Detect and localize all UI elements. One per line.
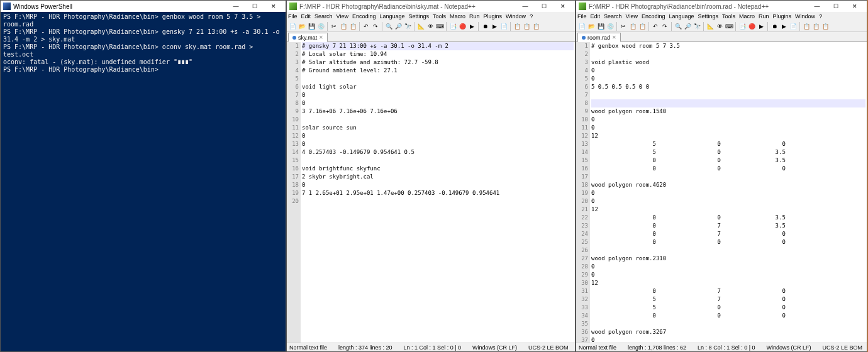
toolbar-icon[interactable]: 💿 [606,22,615,31]
code-line[interactable]: void plastic wood [591,58,865,67]
code-line[interactable]: 0 0 0 [591,312,865,320]
menu-run[interactable]: Run [759,13,769,19]
toolbar-icon[interactable]: 📑 [738,22,747,31]
toolbar-icon[interactable]: 🔴 [458,22,467,31]
code-line[interactable] [591,173,865,181]
minimize-button[interactable]: — [226,1,245,12]
toolbar-icon[interactable]: 🔍 [674,22,682,31]
code-line[interactable]: 5 0 3.5 [591,148,865,157]
menu-tools[interactable]: Tools [722,13,735,19]
code-line[interactable]: 12 [591,132,865,140]
toolbar-icon[interactable]: ▶ [467,22,476,31]
code-line[interactable]: 0 [591,75,865,83]
toolbar-icon[interactable]: 👁 [426,22,435,31]
toolbar-icon[interactable]: 📋 [802,22,811,31]
code-line[interactable] [302,75,574,83]
toolbar-icon[interactable]: ✂ [619,22,628,31]
toolbar-icon[interactable]: 💾 [596,22,605,31]
menu-plugins[interactable]: Plugins [484,13,503,19]
toolbar-icon[interactable]: 📋 [821,22,830,31]
code-line[interactable] [591,91,865,99]
code-line[interactable]: # gensky 7 21 13:00 +s -a 30.1 -o 31.4 -… [302,42,574,50]
menu-file[interactable]: File [577,13,587,19]
code-line[interactable]: 3 7.16e+06 7.16e+06 7.16e+06 [302,107,574,116]
toolbar-icon[interactable]: 🔭 [693,22,701,31]
code-line[interactable]: wood polygon room.4620 [591,181,865,189]
npp-menubar[interactable]: FileEditSearchViewEncodingLanguageSettin… [287,12,575,21]
code-line[interactable]: 0 [302,181,574,189]
code-line[interactable]: 0 [591,263,865,271]
npp-titlebar[interactable]: F:\MRP - HDR Photography\Radiance\bin\sk… [287,1,575,12]
menu-file[interactable]: File [288,13,298,19]
toolbar-icon[interactable]: ⌨ [435,22,444,31]
toolbar-icon[interactable]: ↶ [362,22,370,31]
code-line[interactable]: 0 [591,197,865,206]
toolbar-icon[interactable]: ⏺ [770,22,779,31]
tab-skymat[interactable]: sky.mat ✕ [288,33,328,42]
toolbar-icon[interactable]: 💾 [307,22,316,31]
code-line[interactable]: 5 7 0 [591,295,865,304]
code-line[interactable]: 0 [302,132,574,140]
toolbar-icon[interactable]: ▶ [757,22,765,31]
toolbar-icon[interactable]: 👁 [715,22,724,31]
code-line[interactable]: 0 [591,124,865,132]
npp-toolbar[interactable]: 📄📂💾💿✂📋📋↶↷🔍🔎🔭📐👁⌨📑🔴▶⏺▶📄📋📋📋 [287,21,575,32]
code-line[interactable]: void light solar [302,83,574,91]
code-line[interactable]: 0 [591,271,865,279]
menu-language[interactable]: Language [379,13,404,19]
close-button[interactable]: ✕ [264,1,283,12]
toolbar-icon[interactable]: 🔎 [683,22,692,31]
code-line[interactable]: 4 0.257403 -0.149679 0.954641 0.5 [302,148,574,157]
toolbar-icon[interactable]: 📋 [522,22,531,31]
toolbar-icon[interactable]: ⌨ [725,22,733,31]
code-line[interactable]: 0 [591,67,865,75]
maximize-button[interactable]: ☐ [535,1,554,12]
minimize-button[interactable]: — [516,1,535,12]
menu-encoding[interactable]: Encoding [352,13,376,19]
toolbar-icon[interactable]: 💿 [316,22,325,31]
minimize-button[interactable]: — [808,1,826,12]
toolbar-icon[interactable]: 📋 [531,22,540,31]
code-line[interactable]: wood polygon room.1540 [591,107,865,116]
npp-tabbar[interactable]: sky.mat ✕ [287,32,575,42]
toolbar-icon[interactable]: 📐 [706,22,715,31]
menu-run[interactable]: Run [469,13,480,19]
toolbar-icon[interactable]: 📋 [811,22,820,31]
toolbar-icon[interactable]: 🔎 [394,22,403,31]
menu-window[interactable]: Window [795,13,815,19]
close-tab-icon[interactable]: ✕ [612,35,616,40]
menu-macro[interactable]: Macro [450,13,465,19]
maximize-button[interactable]: ☐ [245,1,264,12]
close-button[interactable]: ✕ [845,1,864,12]
menu-macro[interactable]: Macro [739,13,755,19]
toolbar-icon[interactable]: ▶ [779,22,788,31]
code-line[interactable]: 0 [302,91,574,99]
code-line[interactable]: 0 7 0 [591,287,865,295]
toolbar-icon[interactable]: ✂ [330,22,338,31]
menu-edit[interactable]: Edit [591,13,601,19]
code-line[interactable]: 0 [591,336,865,343]
toolbar-icon[interactable]: 📄 [789,22,798,31]
code-line[interactable] [302,116,574,124]
code-line[interactable]: 5 0 0 [591,304,865,312]
toolbar-icon[interactable]: 📄 [288,22,297,31]
code-line[interactable]: 0 0 0 [591,238,865,246]
toolbar-icon[interactable]: 📑 [448,22,457,31]
code-line[interactable]: 0 0 3.5 [591,157,865,165]
code-line[interactable] [302,157,574,165]
toolbar-icon[interactable]: 📂 [587,22,596,31]
code-line[interactable]: 0 7 0 [591,230,865,238]
close-tab-icon[interactable]: ✕ [319,35,323,40]
code-line[interactable]: # Solar altitude and azimuth: 72.7 -59.8 [302,58,574,67]
code-line[interactable]: 12 [591,206,865,214]
menu-settings[interactable]: Settings [698,13,719,19]
menu-view[interactable]: View [337,13,348,19]
toolbar-icon[interactable]: 🔍 [384,22,393,31]
code-line[interactable]: # Local solar time: 10.94 [302,50,574,58]
code-area[interactable]: # gensky 7 21 13:00 +s -a 30.1 -o 31.4 -… [301,42,575,343]
code-line[interactable]: 0 [591,189,865,197]
code-line[interactable]: wood polygon room.3267 [591,328,865,336]
code-line[interactable]: 0 [302,140,574,148]
code-line[interactable] [591,246,865,255]
toolbar-icon[interactable]: 🔴 [747,22,756,31]
